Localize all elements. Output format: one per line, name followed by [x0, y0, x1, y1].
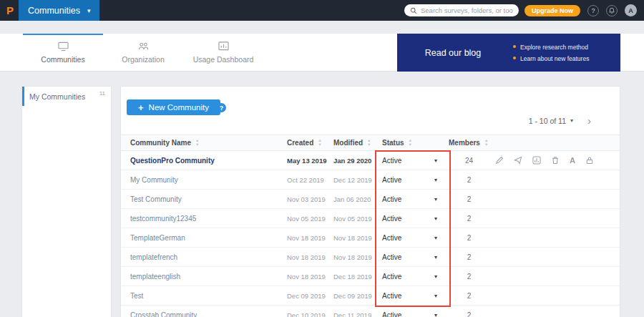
- modified-date: Dec 12 2019: [333, 176, 382, 184]
- community-name-link[interactable]: testcommunity12345: [130, 215, 287, 223]
- created-date: May 13 2019: [287, 157, 333, 165]
- table-row: templatefrenchNov 18 2019Nov 18 2019Acti…: [121, 248, 620, 267]
- notifications-bell-icon[interactable]: [606, 5, 618, 16]
- tab-organization[interactable]: Organization: [103, 34, 183, 71]
- chevron-down-icon: ▾: [434, 293, 437, 299]
- banner-bullet: Explore research method: [513, 44, 620, 51]
- modified-date: Jan 29 2020: [333, 157, 382, 165]
- members-count: 2: [449, 253, 489, 261]
- people-group-icon: [137, 41, 150, 52]
- send-icon[interactable]: [514, 156, 522, 165]
- tab-communities[interactable]: Communities: [23, 34, 103, 71]
- column-header-modified[interactable]: Modified▲▼: [333, 139, 382, 147]
- status-dropdown[interactable]: Active▾: [382, 195, 449, 203]
- new-community-help-icon[interactable]: ?: [217, 103, 226, 112]
- members-count: 2: [449, 273, 489, 281]
- table-row: testcommunity12345Nov 05 2019Nov 05 2019…: [121, 209, 620, 228]
- sort-icon[interactable]: ▲▼: [195, 139, 199, 147]
- report-icon[interactable]: [532, 156, 541, 165]
- new-community-button[interactable]: + New Community: [127, 99, 220, 115]
- status-dropdown[interactable]: Active▾: [382, 215, 449, 223]
- community-name-link[interactable]: Test: [130, 292, 287, 300]
- status-dropdown[interactable]: Active▾: [382, 176, 449, 184]
- modified-date: Nov 18 2019: [333, 253, 382, 261]
- chevron-down-icon: ▾: [434, 196, 437, 203]
- bell-glyph: [608, 7, 615, 14]
- chevron-down-icon: ▾: [87, 7, 91, 14]
- community-name-link[interactable]: Crosstab Community: [130, 311, 287, 317]
- community-name-link[interactable]: TemplateGerman: [130, 234, 287, 242]
- next-page-icon[interactable]: ›: [587, 115, 591, 126]
- pagination: 1 - 10 of 11 ▾ ›: [529, 115, 591, 126]
- branding-icon[interactable]: A: [570, 156, 575, 165]
- search-input[interactable]: [421, 6, 513, 14]
- table-header-row: Community Name▲▼Created▲▼Modified▲▼Statu…: [121, 135, 620, 151]
- created-date: Nov 18 2019: [287, 234, 333, 242]
- status-dropdown[interactable]: Active▾: [382, 311, 449, 317]
- table-row: Crosstab CommunityDec 10 2019Dec 11 2019…: [121, 306, 620, 317]
- column-header-community-name[interactable]: Community Name▲▼: [130, 139, 287, 147]
- table-row: templateenglishNov 18 2019Dec 18 2019Act…: [121, 267, 620, 286]
- sort-icon[interactable]: ▲▼: [318, 139, 321, 147]
- table-row: My CommunityOct 22 2019Dec 12 2019Active…: [121, 170, 620, 190]
- sidebar-item-label: My Communities: [29, 92, 85, 101]
- table-row: TemplateGermanNov 18 2019Nov 18 2019Acti…: [121, 228, 620, 248]
- modified-date: Dec 09 2019: [333, 292, 382, 300]
- sort-icon[interactable]: ▲▼: [367, 139, 371, 147]
- status-dropdown[interactable]: Active▾: [382, 234, 449, 242]
- banner-bullet: Learn about new features: [513, 55, 620, 62]
- lock-icon[interactable]: [585, 156, 594, 165]
- members-count: 2: [449, 176, 489, 184]
- bullet-dot-icon: [513, 45, 516, 48]
- delete-icon[interactable]: [551, 156, 560, 165]
- created-date: Nov 18 2019: [287, 253, 333, 261]
- column-header-members[interactable]: Members▲▼: [449, 139, 489, 147]
- sort-icon[interactable]: ▲▼: [409, 139, 412, 147]
- community-name-link[interactable]: QuestionPro Community: [130, 157, 287, 165]
- chevron-down-icon: ▾: [570, 117, 573, 124]
- community-name-link[interactable]: templatefrench: [130, 253, 287, 261]
- created-date: Dec 09 2019: [287, 292, 333, 300]
- members-count: 2: [449, 292, 489, 300]
- tab-label: Communities: [41, 55, 84, 64]
- plus-icon: +: [138, 102, 144, 113]
- communities-panel: + New Community ? 1 - 10 of 11 ▾ › Commu…: [120, 86, 620, 317]
- community-name-link[interactable]: Test Community: [130, 195, 287, 203]
- modified-date: Nov 05 2019: [333, 215, 382, 223]
- status-dropdown[interactable]: Active▾: [382, 292, 449, 300]
- banner-title: Read our blog: [397, 34, 509, 72]
- chevron-down-icon: ▾: [434, 215, 437, 222]
- created-date: Nov 05 2019: [287, 215, 333, 223]
- sidebar-item-my-communities[interactable]: My Communities 11: [22, 87, 111, 106]
- tab-usage-dashboard[interactable]: Usage Dashboard: [183, 34, 263, 71]
- chevron-down-icon: ▾: [434, 177, 437, 183]
- chevron-down-icon: ▾: [434, 235, 437, 241]
- members-count: 2: [449, 215, 489, 223]
- app-switcher-communities[interactable]: Communities ▾: [19, 0, 99, 21]
- community-name-link[interactable]: templateenglish: [130, 273, 287, 281]
- edit-icon[interactable]: [495, 156, 504, 165]
- communities-sidebar: My Communities 11: [21, 86, 112, 317]
- chevron-down-icon: ▾: [434, 254, 437, 260]
- column-header-status[interactable]: Status▲▼: [382, 139, 449, 147]
- modified-date: Dec 18 2019: [333, 273, 382, 281]
- pagination-range-dropdown[interactable]: 1 - 10 of 11 ▾: [529, 117, 573, 125]
- table-row: Test CommunityNov 03 2019Jan 06 2020Acti…: [121, 190, 620, 209]
- status-dropdown[interactable]: Active▾: [382, 157, 449, 165]
- sort-icon[interactable]: ▲▼: [484, 139, 488, 147]
- status-dropdown[interactable]: Active▾: [382, 273, 449, 281]
- created-date: Nov 18 2019: [287, 273, 333, 281]
- global-search[interactable]: [404, 4, 519, 16]
- chevron-down-icon: ▾: [434, 157, 437, 164]
- community-name-link[interactable]: My Community: [130, 176, 287, 184]
- table-row: TestDec 09 2019Dec 09 2019Active▾2: [121, 286, 620, 306]
- members-count: 2: [449, 195, 489, 203]
- dashboard-chart-icon: [218, 41, 230, 52]
- members-count: 2: [449, 234, 489, 242]
- user-avatar[interactable]: A: [625, 4, 637, 16]
- help-icon[interactable]: ?: [587, 5, 599, 16]
- status-dropdown[interactable]: Active▾: [382, 253, 449, 261]
- upgrade-now-button[interactable]: Upgrade Now: [525, 5, 580, 16]
- column-header-created[interactable]: Created▲▼: [287, 139, 333, 147]
- read-blog-banner[interactable]: Read our blog Explore research method Le…: [397, 34, 620, 72]
